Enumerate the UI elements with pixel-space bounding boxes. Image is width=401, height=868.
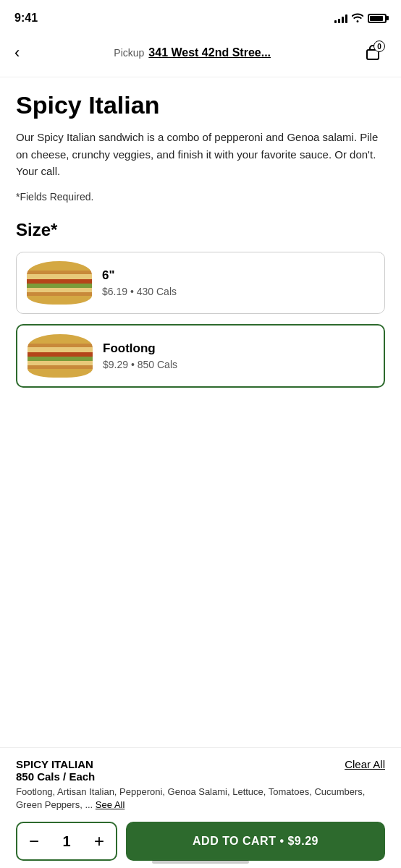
size-section-title: Size* (16, 220, 385, 240)
status-bar: 9:41 (0, 0, 401, 32)
nav-bar: ‹ Pickup 341 West 42nd Stree... 0 (0, 32, 401, 77)
pickup-label: Pickup (114, 47, 144, 59)
summary-product-info: SPICY ITALIAN 850 Cals / Each (16, 758, 95, 783)
quantity-value: 1 (51, 833, 83, 850)
back-button[interactable]: ‹ (14, 41, 25, 65)
quantity-decrease-button[interactable]: − (17, 823, 51, 859)
add-to-cart-button[interactable]: ADD TO CART • $9.29 (126, 822, 385, 861)
size-price-6inch: $6.19 • 430 Cals (102, 286, 177, 297)
wifi-icon (352, 12, 363, 25)
size-option-6inch[interactable]: 6" $6.19 • 430 Cals (16, 252, 385, 314)
size-info-6inch: 6" $6.19 • 430 Cals (102, 268, 177, 297)
summary-ingredients: Footlong, Artisan Italian, Pepperoni, Ge… (16, 786, 385, 812)
product-title: Spicy Italian (16, 92, 385, 119)
size-info-footlong: Footlong $9.29 • 850 Cals (103, 341, 177, 370)
bottom-summary: SPICY ITALIAN 850 Cals / Each Clear All … (0, 747, 401, 868)
summary-product-name: SPICY ITALIAN (16, 758, 95, 770)
see-all-link[interactable]: See All (96, 799, 124, 810)
fields-required: *Fields Required. (16, 191, 385, 203)
size-option-footlong[interactable]: Footlong $9.29 • 850 Cals (16, 324, 385, 388)
product-description: Our Spicy Italian sandwich is a combo of… (16, 129, 385, 179)
battery-icon (368, 14, 387, 23)
cart-badge: 0 (373, 41, 385, 52)
clear-all-button[interactable]: Clear All (345, 758, 385, 770)
nav-title: Pickup 341 West 42nd Stree... (114, 46, 271, 59)
quantity-increase-button[interactable]: + (83, 823, 116, 859)
size-name-6inch: 6" (102, 268, 177, 283)
size-image-footlong (28, 334, 93, 378)
home-indicator (152, 860, 249, 864)
summary-cals: 850 Cals / Each (16, 770, 95, 783)
size-price-footlong: $9.29 • 850 Cals (103, 359, 177, 370)
size-image-6inch (27, 261, 92, 305)
content-area: Spicy Italian Our Spicy Italian sandwich… (0, 77, 401, 388)
cart-controls: − 1 + ADD TO CART • $9.29 (16, 822, 385, 861)
nav-address[interactable]: 341 West 42nd Stree... (148, 46, 271, 59)
status-icons (334, 12, 387, 25)
quantity-selector: − 1 + (16, 822, 117, 861)
cart-button[interactable]: 0 (359, 39, 387, 67)
status-time: 9:41 (14, 12, 38, 25)
size-name-footlong: Footlong (103, 341, 177, 356)
summary-header: SPICY ITALIAN 850 Cals / Each Clear All (16, 758, 385, 783)
signal-icon (334, 13, 347, 23)
